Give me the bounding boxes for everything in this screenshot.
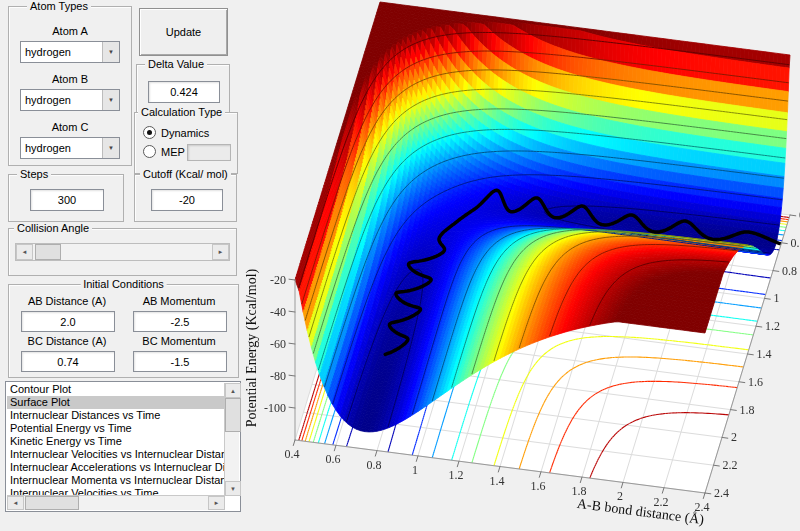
arrow-right-icon[interactable]: ►	[212, 244, 229, 260]
cutoff-field[interactable]: -20	[151, 189, 223, 211]
hscroll-thumb[interactable]	[25, 496, 79, 510]
radio-mep-label: MEP	[161, 146, 185, 158]
atom-c-dropdown[interactable]: hydrogen ▼	[20, 137, 120, 159]
list-item[interactable]: Surface Plot	[7, 396, 225, 409]
ab-distance-field[interactable]: 2.0	[21, 311, 115, 332]
vscroll-thumb[interactable]	[225, 398, 241, 432]
radio-dot-icon	[147, 130, 152, 135]
atom-c-value: hydrogen	[21, 138, 102, 158]
atom-types-panel-title: Atom Types	[27, 0, 91, 12]
chevron-down-icon[interactable]: ▼	[102, 42, 119, 62]
list-item[interactable]: Internuclear Accelerations vs Internucle…	[7, 461, 225, 474]
steps-title: Steps	[17, 168, 51, 180]
ab-distance-label: AB Distance (A)	[17, 295, 117, 307]
arrow-left-icon[interactable]: ◄	[7, 496, 24, 510]
arrow-right-icon[interactable]: ►	[208, 496, 225, 510]
update-button-label: Update	[166, 26, 201, 38]
collision-angle-panel: Collision Angle ◄ ►	[8, 228, 237, 276]
radio-dynamics-label: Dynamics	[161, 127, 209, 139]
calculation-type-panel: Calculation Type Dynamics MEP	[134, 112, 238, 174]
atom-a-dropdown[interactable]: hydrogen ▼	[20, 41, 120, 63]
mep-steps-box[interactable]	[187, 144, 231, 161]
cutoff-title: Cutoff (Kcal/ mol)	[140, 168, 231, 180]
bc-distance-label: BC Distance (A)	[17, 335, 117, 347]
list-item[interactable]: Internuclear Velocities vs Internuclear …	[7, 448, 225, 461]
atom-c-label: Atom C	[9, 121, 131, 133]
plot-type-items: Contour Plot Surface Plot Internuclear D…	[7, 383, 225, 496]
radio-button-icon[interactable]	[143, 145, 156, 158]
list-item[interactable]: Contour Plot	[7, 383, 225, 396]
arrow-down-icon[interactable]: ▼	[225, 481, 241, 496]
atom-b-label: Atom B	[9, 73, 131, 85]
list-item[interactable]: Internuclear Distances vs Time	[7, 409, 225, 422]
steps-field[interactable]: 300	[30, 189, 104, 211]
application-window: Atom Types Atom A hydrogen ▼ Atom B hydr…	[0, 0, 800, 531]
cutoff-panel: Cutoff (Kcal/ mol) -20	[134, 174, 237, 222]
collision-angle-slider[interactable]: ◄ ►	[15, 243, 230, 261]
delta-value-field[interactable]: 0.424	[148, 81, 220, 103]
update-button[interactable]: Update	[139, 8, 228, 56]
list-item[interactable]: Kinetic Energy vs Time	[7, 435, 225, 448]
chevron-down-icon[interactable]: ▼	[102, 90, 119, 110]
slider-track[interactable]	[33, 244, 212, 260]
horizontal-scrollbar[interactable]: ◄ ►	[7, 495, 225, 510]
list-item[interactable]: Potential Energy vs Time	[7, 422, 225, 435]
radio-button-icon[interactable]	[143, 126, 156, 139]
chevron-down-icon[interactable]: ▼	[102, 138, 119, 158]
steps-panel: Steps 300	[8, 174, 124, 222]
delta-value-title: Delta Value	[145, 58, 207, 70]
arrow-up-icon[interactable]: ▲	[225, 383, 241, 398]
collision-angle-title: Collision Angle	[14, 222, 92, 234]
list-item[interactable]: Internuclear Momenta vs Internuclear Dis…	[7, 474, 225, 487]
atom-types-panel: Atom Types Atom A hydrogen ▼ Atom B hydr…	[8, 6, 132, 166]
calculation-type-title: Calculation Type	[138, 106, 225, 118]
initial-conditions-panel: Initial Conditions AB Distance (A) AB Mo…	[8, 284, 239, 378]
bc-distance-field[interactable]: 0.74	[21, 351, 115, 372]
bc-momentum-field[interactable]: -1.5	[133, 351, 227, 372]
radio-dynamics[interactable]: Dynamics	[143, 126, 209, 139]
hscroll-track[interactable]	[24, 496, 208, 510]
ab-momentum-field[interactable]: -2.5	[133, 311, 227, 332]
arrow-left-icon[interactable]: ◄	[16, 244, 33, 260]
vertical-scrollbar[interactable]: ▲ ▼	[224, 383, 239, 496]
atom-a-value: hydrogen	[21, 42, 102, 62]
slider-thumb[interactable]	[35, 244, 61, 260]
bc-momentum-label: BC Momentum	[129, 335, 229, 347]
plot-type-listbox[interactable]: Contour Plot Surface Plot Internuclear D…	[5, 381, 241, 512]
radio-mep[interactable]: MEP	[143, 145, 185, 158]
atom-a-label: Atom A	[9, 25, 131, 37]
atom-b-dropdown[interactable]: hydrogen ▼	[20, 89, 120, 111]
pes-3d-surface-plot	[240, 0, 800, 531]
initial-conditions-title: Initial Conditions	[80, 278, 167, 290]
ab-momentum-label: AB Momentum	[129, 295, 229, 307]
atom-b-value: hydrogen	[21, 90, 102, 110]
